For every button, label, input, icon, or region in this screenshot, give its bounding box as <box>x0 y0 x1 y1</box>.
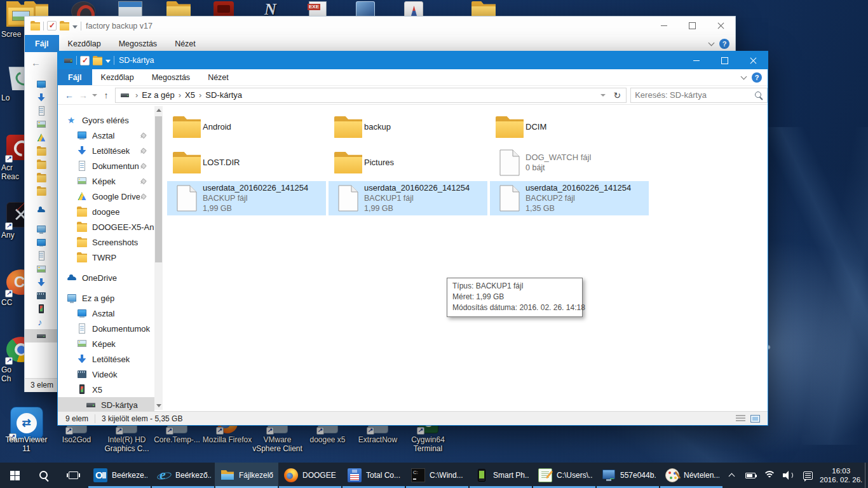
nav-item-partial[interactable] <box>25 104 57 118</box>
ribbon-tab[interactable]: Fájl <box>25 35 59 52</box>
nav-item-partial[interactable] <box>25 316 57 329</box>
nav-item-partial[interactable] <box>25 236 57 249</box>
show-desktop-button[interactable] <box>865 463 868 488</box>
new-folder-icon[interactable] <box>60 21 69 30</box>
nav-item[interactable]: Képek <box>58 336 154 351</box>
nav-item-partial[interactable] <box>25 158 57 171</box>
nav-item-partial[interactable] <box>25 262 57 276</box>
nav-item-partial[interactable] <box>25 91 57 104</box>
help-icon[interactable]: ? <box>719 39 729 49</box>
nav-item[interactable]: Asztal <box>58 306 154 321</box>
ribbon-tab[interactable]: Kezdőlap <box>92 69 143 85</box>
close-button[interactable] <box>739 51 768 69</box>
nav-item-partial[interactable] <box>25 289 57 302</box>
forward-button[interactable]: → <box>77 90 90 100</box>
search-box[interactable] <box>630 88 768 103</box>
network-tray-button[interactable] <box>761 463 778 488</box>
nav-item[interactable]: Screenshots <box>58 234 154 250</box>
scroll-down-icon[interactable] <box>156 404 161 407</box>
start-button[interactable] <box>0 463 29 488</box>
nav-item[interactable]: Dokumentumok <box>58 321 154 336</box>
file-tile[interactable]: userdata_20160226_141254 BACKUP fájl 1,9… <box>167 181 326 215</box>
file-tile[interactable]: LOST.DIR <box>167 146 326 180</box>
nav-item[interactable]: Képek <box>58 173 154 189</box>
ribbon-collapse-icon[interactable] <box>741 73 747 79</box>
nav-item[interactable]: Videók <box>58 367 154 382</box>
scroll-up-icon[interactable] <box>156 109 161 112</box>
refresh-icon[interactable]: ↻ <box>613 90 621 100</box>
recent-locations-icon[interactable] <box>92 94 97 97</box>
ribbon-collapse-icon[interactable] <box>709 39 715 46</box>
front-window-titlebar[interactable]: SD-kártya <box>58 51 768 69</box>
properties-icon[interactable] <box>47 21 57 30</box>
back-button[interactable]: ← <box>63 90 76 100</box>
taskbar-search-button[interactable] <box>29 463 58 488</box>
nav-item-partial[interactable] <box>25 329 57 342</box>
nav-item[interactable]: X5 <box>58 382 154 397</box>
file-tile[interactable]: backup <box>329 110 487 144</box>
breadcrumb-segment[interactable]: Ez a gép <box>142 90 174 100</box>
nav-item[interactable]: Dokumentun <box>58 158 154 173</box>
ribbon-tab[interactable]: Kezdőlap <box>59 35 110 52</box>
maximize-button[interactable] <box>710 51 739 69</box>
nav-item[interactable]: Google Drive <box>58 189 154 204</box>
nav-item[interactable]: Gyors elérés <box>58 112 154 128</box>
ribbon-tab[interactable]: Megosztás <box>110 35 166 52</box>
ribbon-tab[interactable]: Nézet <box>199 69 238 85</box>
task-view-button[interactable] <box>58 463 88 488</box>
minimize-button[interactable] <box>682 51 710 69</box>
file-tile[interactable]: DOG_WATCH fájl 0 bájt <box>490 146 649 180</box>
taskbar-app-button[interactable]: Smart Ph... <box>469 463 532 488</box>
breadcrumb-segment[interactable]: X5 <box>185 90 195 100</box>
nav-item-partial[interactable] <box>25 203 57 217</box>
file-tile[interactable]: userdata_20160226_141254 BACKUP2 fájl 1,… <box>490 181 649 215</box>
nav-item[interactable]: Asztal <box>58 128 154 143</box>
nav-item[interactable]: TWRP <box>58 250 154 265</box>
tray-expand-button[interactable] <box>723 463 740 488</box>
taskbar-app-button[interactable]: 557e044b... <box>596 463 660 488</box>
back-arrow-icon[interactable]: ← <box>31 57 41 68</box>
scrollbar-thumb[interactable] <box>155 116 162 262</box>
taskbar-app-button[interactable]: Beérkező... <box>151 463 215 488</box>
ribbon-tab[interactable]: Fájl <box>58 69 92 85</box>
taskbar-app-button[interactable]: DOOGEE ... <box>278 463 342 488</box>
new-folder-icon[interactable] <box>93 56 102 65</box>
taskbar-app-button[interactable]: C:\Users\... <box>532 463 596 488</box>
up-button[interactable]: ↑ <box>100 90 112 100</box>
nav-item-partial[interactable] <box>25 249 57 262</box>
taskbar-app-button[interactable]: Beérkeze... <box>88 463 151 488</box>
window-sd-card[interactable]: SD-kártya Fájl Kezdőlap Megosztás Nézet … <box>57 51 768 426</box>
taskbar-clock[interactable]: 16:03 2016. 02. 26. <box>817 463 865 488</box>
properties-icon[interactable] <box>80 56 90 65</box>
breadcrumb[interactable]: › Ez a gép › X5 › SD-kártya ↻ <box>115 88 627 103</box>
details-view-icon[interactable] <box>736 415 745 422</box>
desktop-icon[interactable]: TeamViewer 11 <box>1 402 51 459</box>
nav-item-partial[interactable] <box>25 144 57 158</box>
nav-item-partial[interactable] <box>25 302 57 316</box>
nav-item[interactable]: Ez a gép <box>58 290 154 306</box>
taskbar-app-button[interactable]: Total Co... <box>342 463 405 488</box>
nav-item-partial[interactable] <box>25 78 57 91</box>
nav-item[interactable]: Letöltések <box>58 143 154 158</box>
nav-item[interactable]: OneDrive <box>58 270 154 285</box>
search-input[interactable] <box>635 90 754 100</box>
battery-tray-button[interactable] <box>742 463 759 488</box>
taskbar-app-button[interactable]: C:\Wind... <box>405 463 469 488</box>
nav-item[interactable]: DOOGEE-X5-An <box>58 219 154 234</box>
nav-item[interactable]: doogee <box>58 204 154 219</box>
nav-item-partial[interactable] <box>25 118 57 131</box>
nav-item-partial[interactable] <box>25 276 57 289</box>
file-tile[interactable]: Pictures <box>329 146 487 180</box>
breadcrumb-segment[interactable]: SD-kártya <box>205 90 242 100</box>
nav-item-partial[interactable] <box>25 222 57 236</box>
taskbar-app-button[interactable]: Névtelen... <box>660 463 723 488</box>
action-center-button[interactable] <box>799 463 816 488</box>
close-button[interactable] <box>707 17 735 35</box>
address-dropdown-icon[interactable] <box>600 94 606 97</box>
ribbon-tab[interactable]: Megosztás <box>143 69 199 85</box>
maximize-button[interactable] <box>678 17 707 35</box>
minimize-button[interactable] <box>649 17 678 35</box>
nav-item[interactable]: Letöltések <box>58 351 154 367</box>
nav-item-partial[interactable] <box>25 184 57 198</box>
nav-item-partial[interactable] <box>25 131 57 144</box>
